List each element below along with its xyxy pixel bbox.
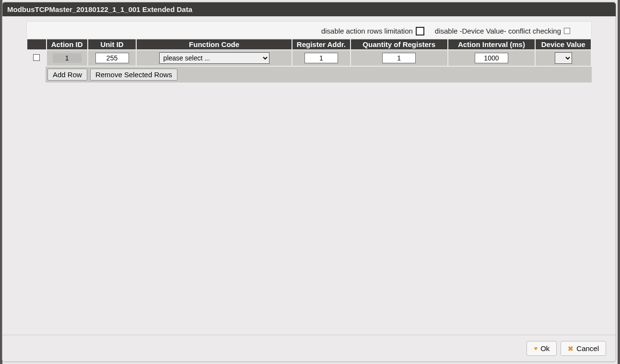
disable-conflict-label: disable -Device Value- conflict checking: [435, 27, 561, 35]
interval-cell: [448, 50, 536, 66]
ok-button[interactable]: ♥ Ok: [526, 341, 557, 356]
register-addr-input[interactable]: [304, 53, 338, 63]
col-header-device-value: Device Value: [535, 39, 591, 50]
remove-rows-button[interactable]: Remove Selected Rows: [90, 69, 177, 81]
col-header-register-addr: Register Addr.: [292, 39, 351, 50]
row-select-checkbox[interactable]: [33, 54, 40, 61]
dialog-title: ModbusTCPMaster_20180122_1_1_001 Extende…: [7, 5, 192, 13]
options-bar: disable action rows limitation disable -…: [26, 21, 592, 38]
table-header-row: Action ID Unit ID Function Code Register…: [27, 39, 591, 50]
dialog-footer: ♥ Ok ✖ Cancel: [2, 335, 616, 362]
add-row-button[interactable]: Add Row: [47, 69, 87, 81]
interval-input[interactable]: [475, 53, 508, 63]
col-header-function-code: Function Code: [136, 39, 292, 50]
col-header-interval: Action Interval (ms): [448, 39, 536, 50]
device-value-select[interactable]: [555, 52, 572, 64]
actions-table: Action ID Unit ID Function Code Register…: [26, 38, 592, 67]
disable-conflict-group: disable -Device Value- conflict checking: [435, 27, 570, 35]
function-code-select[interactable]: please select ...: [159, 52, 269, 64]
disable-conflict-checkbox[interactable]: [564, 28, 570, 34]
ok-button-label: Ok: [540, 344, 550, 352]
table-row: 1 please select ...: [27, 50, 591, 66]
col-header-select: [27, 39, 47, 50]
cancel-button-label: Cancel: [576, 344, 599, 352]
action-id-cell: 1: [47, 50, 88, 66]
row-buttons-bar: Add Row Remove Selected Rows: [46, 67, 592, 82]
window-edge-right: [618, 0, 620, 364]
action-id-value: 1: [53, 53, 82, 63]
dialog-titlebar: ModbusTCPMaster_20180122_1_1_001 Extende…: [2, 2, 616, 16]
register-addr-cell: [292, 50, 351, 66]
quantity-cell: [351, 50, 448, 66]
disable-limit-group: disable action rows limitation: [321, 27, 424, 35]
table-container: Action ID Unit ID Function Code Register…: [26, 38, 592, 67]
col-header-action-id: Action ID: [47, 39, 88, 50]
x-icon: ✖: [568, 345, 573, 352]
unit-id-input[interactable]: [95, 53, 129, 63]
disable-limit-checkbox[interactable]: [416, 27, 424, 35]
col-header-quantity: Quantity of Registers: [351, 39, 448, 50]
device-value-cell: [535, 50, 591, 66]
heart-icon: ♥: [534, 345, 538, 352]
dialog-body: disable action rows limitation disable -…: [2, 16, 616, 335]
col-header-unit-id: Unit ID: [88, 39, 136, 50]
cancel-button[interactable]: ✖ Cancel: [561, 341, 606, 356]
function-code-cell: please select ...: [136, 50, 292, 66]
quantity-input[interactable]: [382, 53, 416, 63]
row-select-cell: [27, 50, 47, 66]
unit-id-cell: [88, 50, 136, 66]
disable-limit-label: disable action rows limitation: [321, 27, 413, 35]
dialog-window: ModbusTCPMaster_20180122_1_1_001 Extende…: [2, 2, 616, 362]
